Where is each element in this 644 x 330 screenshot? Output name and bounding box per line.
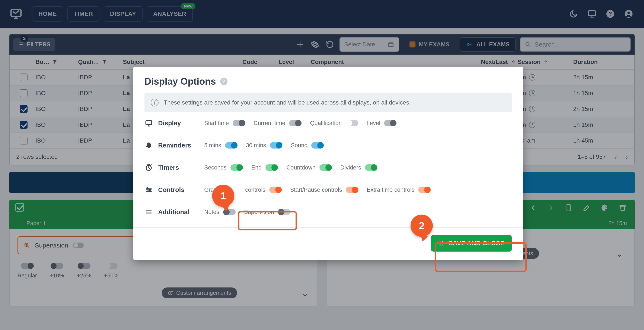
opt-countdown[interactable]: Countdown	[286, 164, 332, 171]
svg-rect-17	[146, 120, 152, 125]
info-icon: i	[151, 99, 158, 106]
opt-supervision[interactable]: Supervision	[244, 209, 290, 215]
additional-section-icon	[144, 208, 153, 216]
controls-section-icon	[144, 186, 153, 194]
opt-sound[interactable]: Sound	[291, 142, 324, 149]
modal-title: Display Options ?	[144, 76, 512, 87]
opt-current-time[interactable]: Current time	[254, 120, 302, 126]
section-display: Display Start time Current time Qualific…	[144, 112, 512, 134]
svg-point-21	[148, 191, 149, 192]
opt-start-time[interactable]: Start time	[204, 120, 245, 126]
modal-info-banner: i These settings are saved for your acco…	[144, 93, 512, 112]
svg-point-19	[147, 188, 148, 189]
opt-start-pause[interactable]: Start/Pause controls	[290, 187, 358, 193]
toggle-5mins[interactable]	[225, 142, 238, 148]
annotation-callout-2: 2	[410, 215, 433, 237]
toggle-granular[interactable]	[269, 187, 282, 193]
save-icon	[438, 240, 445, 247]
opt-extra-time[interactable]: Extra time controls	[367, 187, 431, 193]
opt-qualification[interactable]: Qualification	[310, 120, 358, 126]
opt-seconds[interactable]: Seconds	[204, 164, 243, 171]
save-and-close-button[interactable]: SAVE AND CLOSE	[431, 235, 512, 252]
section-timers: Timers Seconds End Countdown Dividers	[144, 156, 512, 179]
modal-help-icon[interactable]: ?	[220, 78, 228, 85]
toggle-start-time[interactable]	[233, 120, 245, 126]
opt-end[interactable]: End	[251, 164, 278, 171]
section-reminders: Reminders 5 mins 30 mins Sound	[144, 134, 512, 156]
opt-5mins[interactable]: 5 mins	[204, 142, 238, 149]
modal-footer: SAVE AND CLOSE	[133, 227, 523, 252]
toggle-current-time[interactable]	[289, 120, 302, 126]
toggle-start-pause[interactable]	[346, 187, 358, 193]
annotation-callout-1: 1	[212, 185, 234, 207]
section-controls: Controls Grancontrols Start/Pause contro…	[144, 179, 512, 201]
display-section-icon	[144, 119, 153, 127]
toggle-supervision[interactable]	[278, 209, 290, 215]
toggle-sound[interactable]	[311, 142, 324, 148]
toggle-level[interactable]	[384, 120, 396, 126]
toggle-end[interactable]	[266, 164, 278, 171]
opt-notes[interactable]: Notes	[204, 209, 236, 215]
toggle-seconds[interactable]	[230, 164, 243, 171]
section-additional: Additional Notes Supervision	[144, 201, 512, 223]
toggle-extra-time[interactable]	[418, 187, 430, 193]
reminders-section-icon	[144, 141, 153, 150]
opt-level[interactable]: Level	[366, 120, 397, 126]
opt-30mins[interactable]: 30 mins	[246, 142, 282, 149]
timers-section-icon	[144, 163, 153, 172]
toggle-dividers[interactable]	[365, 164, 377, 171]
opt-dividers[interactable]: Dividers	[340, 164, 378, 171]
app-root: HOME TIMER DISPLAY ANALYSER New ? FILTER…	[0, 0, 644, 330]
display-options-modal: Display Options ? i These settings are s…	[133, 67, 523, 260]
svg-point-20	[149, 189, 151, 191]
toggle-qualification[interactable]	[346, 120, 358, 126]
toggle-30mins[interactable]	[270, 142, 282, 148]
toggle-countdown[interactable]	[320, 164, 332, 171]
